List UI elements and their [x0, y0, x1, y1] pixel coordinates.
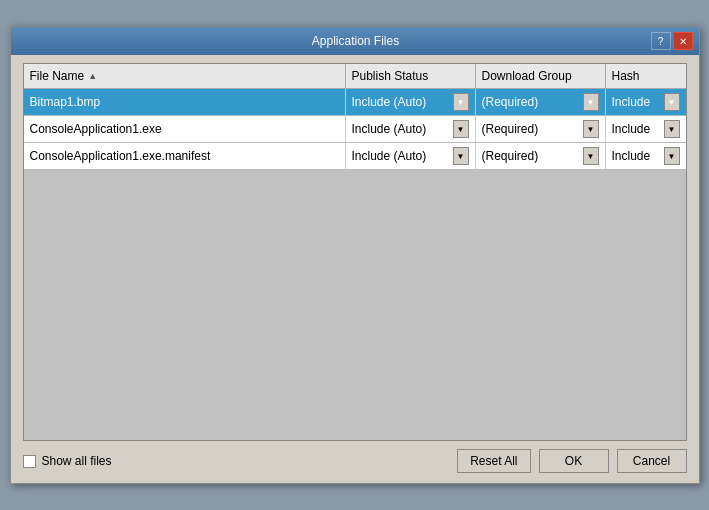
hash-select-0[interactable]: Include ▼ — [612, 93, 680, 111]
cell-filename-0: Bitmap1.bmp — [24, 89, 346, 115]
files-table: File Name ▲ Publish Status Download Grou… — [23, 63, 687, 441]
hash-dropdown-1[interactable]: ▼ — [664, 120, 680, 138]
publish-status-select-0[interactable]: Include (Auto) ▼ — [352, 93, 469, 111]
col-header-filename: File Name ▲ — [24, 64, 346, 88]
table-row[interactable]: ConsoleApplication1.exe Include (Auto) ▼… — [24, 116, 686, 143]
table-row[interactable]: Bitmap1.bmp Include (Auto) ▼ (Required) … — [24, 89, 686, 116]
footer-left: Show all files — [23, 454, 458, 468]
download-group-select-0[interactable]: (Required) ▼ — [482, 93, 599, 111]
title-bar-center: Application Files — [61, 34, 651, 48]
publish-status-select-1[interactable]: Include (Auto) ▼ — [352, 120, 469, 138]
help-button[interactable]: ? — [651, 32, 671, 50]
dialog-footer: Show all files Reset All OK Cancel — [23, 441, 687, 473]
title-bar-buttons: ? ✕ — [651, 32, 693, 50]
cell-publish-0[interactable]: Include (Auto) ▼ — [346, 89, 476, 115]
cell-hash-1[interactable]: Include ▼ — [606, 116, 686, 142]
application-files-dialog: Application Files ? ✕ File Name ▲ Publis… — [10, 26, 700, 484]
cell-download-2[interactable]: (Required) ▼ — [476, 143, 606, 169]
sort-arrow-icon: ▲ — [88, 71, 97, 81]
col-header-hash: Hash — [606, 64, 686, 88]
cell-publish-1[interactable]: Include (Auto) ▼ — [346, 116, 476, 142]
download-group-select-1[interactable]: (Required) ▼ — [482, 120, 599, 138]
cell-download-1[interactable]: (Required) ▼ — [476, 116, 606, 142]
cell-publish-2[interactable]: Include (Auto) ▼ — [346, 143, 476, 169]
col-header-publish-status: Publish Status — [346, 64, 476, 88]
table-body: Bitmap1.bmp Include (Auto) ▼ (Required) … — [24, 89, 686, 440]
download-group-dropdown-1[interactable]: ▼ — [583, 120, 599, 138]
dialog-title: Application Files — [312, 34, 399, 48]
show-all-files-checkbox[interactable] — [23, 455, 36, 468]
hash-select-1[interactable]: Include ▼ — [612, 120, 680, 138]
close-button[interactable]: ✕ — [673, 32, 693, 50]
cell-hash-0[interactable]: Include ▼ — [606, 89, 686, 115]
download-group-dropdown-2[interactable]: ▼ — [583, 147, 599, 165]
ok-button[interactable]: OK — [539, 449, 609, 473]
table-header: File Name ▲ Publish Status Download Grou… — [24, 64, 686, 89]
hash-dropdown-0[interactable]: ▼ — [664, 93, 680, 111]
title-bar: Application Files ? ✕ — [11, 27, 699, 55]
cancel-button[interactable]: Cancel — [617, 449, 687, 473]
publish-status-dropdown-0[interactable]: ▼ — [453, 93, 469, 111]
dialog-content: File Name ▲ Publish Status Download Grou… — [11, 55, 699, 483]
download-group-select-2[interactable]: (Required) ▼ — [482, 147, 599, 165]
cell-hash-2[interactable]: Include ▼ — [606, 143, 686, 169]
table-row[interactable]: ConsoleApplication1.exe.manifest Include… — [24, 143, 686, 170]
hash-dropdown-2[interactable]: ▼ — [664, 147, 680, 165]
empty-table-area — [24, 170, 686, 440]
cell-filename-1: ConsoleApplication1.exe — [24, 116, 346, 142]
reset-all-button[interactable]: Reset All — [457, 449, 530, 473]
publish-status-select-2[interactable]: Include (Auto) ▼ — [352, 147, 469, 165]
col-header-download-group: Download Group — [476, 64, 606, 88]
publish-status-dropdown-1[interactable]: ▼ — [453, 120, 469, 138]
show-all-files-label: Show all files — [42, 454, 112, 468]
hash-select-2[interactable]: Include ▼ — [612, 147, 680, 165]
publish-status-dropdown-2[interactable]: ▼ — [453, 147, 469, 165]
download-group-dropdown-0[interactable]: ▼ — [583, 93, 599, 111]
cell-download-0[interactable]: (Required) ▼ — [476, 89, 606, 115]
cell-filename-2: ConsoleApplication1.exe.manifest — [24, 143, 346, 169]
footer-right: Reset All OK Cancel — [457, 449, 686, 473]
